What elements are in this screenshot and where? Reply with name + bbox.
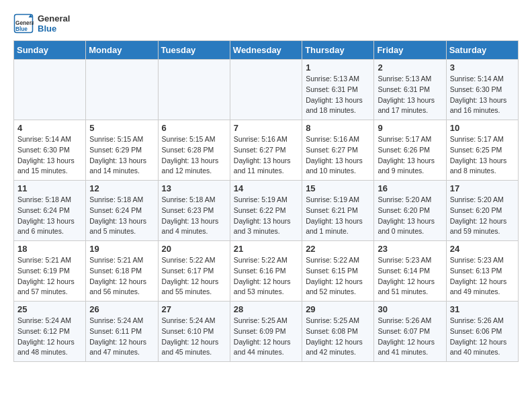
calendar-cell bbox=[86, 60, 158, 120]
day-info: Sunrise: 5:26 AM Sunset: 6:07 PM Dayligh… bbox=[378, 316, 442, 358]
weekday-header-saturday: Saturday bbox=[446, 41, 518, 60]
day-info: Sunrise: 5:16 AM Sunset: 6:27 PM Dayligh… bbox=[234, 134, 298, 177]
calendar-cell: 7Sunrise: 5:16 AM Sunset: 6:27 PM Daylig… bbox=[230, 120, 302, 181]
day-number: 28 bbox=[234, 304, 298, 314]
calendar-cell: 18Sunrise: 5:21 AM Sunset: 6:19 PM Dayli… bbox=[14, 241, 86, 302]
calendar-cell: 28Sunrise: 5:25 AM Sunset: 6:09 PM Dayli… bbox=[230, 302, 302, 362]
logo-blue: Blue bbox=[38, 24, 70, 34]
calendar-cell: 11Sunrise: 5:18 AM Sunset: 6:24 PM Dayli… bbox=[14, 181, 86, 241]
day-number: 3 bbox=[450, 62, 515, 73]
day-info: Sunrise: 5:16 AM Sunset: 6:27 PM Dayligh… bbox=[306, 134, 370, 177]
calendar-cell: 23Sunrise: 5:23 AM Sunset: 6:14 PM Dayli… bbox=[374, 241, 446, 302]
day-number: 11 bbox=[17, 183, 82, 193]
calendar-cell: 25Sunrise: 5:24 AM Sunset: 6:12 PM Dayli… bbox=[14, 302, 86, 362]
day-number: 19 bbox=[89, 244, 154, 254]
day-number: 31 bbox=[450, 304, 515, 314]
day-info: Sunrise: 5:19 AM Sunset: 6:21 PM Dayligh… bbox=[306, 195, 370, 237]
calendar-cell: 24Sunrise: 5:23 AM Sunset: 6:13 PM Dayli… bbox=[446, 241, 518, 302]
logo-general: General bbox=[38, 13, 70, 24]
calendar-cell: 31Sunrise: 5:26 AM Sunset: 6:06 PM Dayli… bbox=[446, 302, 518, 362]
calendar-cell: 27Sunrise: 5:24 AM Sunset: 6:10 PM Dayli… bbox=[158, 302, 230, 362]
day-number: 24 bbox=[450, 244, 515, 254]
day-info: Sunrise: 5:26 AM Sunset: 6:06 PM Dayligh… bbox=[450, 316, 515, 358]
day-info: Sunrise: 5:21 AM Sunset: 6:18 PM Dayligh… bbox=[89, 255, 154, 298]
day-info: Sunrise: 5:22 AM Sunset: 6:16 PM Dayligh… bbox=[234, 255, 298, 298]
calendar-cell bbox=[158, 60, 230, 120]
logo: General Blue General Blue bbox=[13, 13, 70, 34]
calendar-cell: 3Sunrise: 5:14 AM Sunset: 6:30 PM Daylig… bbox=[446, 60, 518, 120]
day-info: Sunrise: 5:13 AM Sunset: 6:31 PM Dayligh… bbox=[306, 74, 370, 116]
day-number: 14 bbox=[234, 183, 298, 193]
calendar-cell: 5Sunrise: 5:15 AM Sunset: 6:29 PM Daylig… bbox=[86, 120, 158, 181]
day-info: Sunrise: 5:25 AM Sunset: 6:08 PM Dayligh… bbox=[306, 316, 370, 358]
day-number: 12 bbox=[89, 183, 154, 193]
day-number: 5 bbox=[89, 123, 154, 133]
calendar-cell: 22Sunrise: 5:22 AM Sunset: 6:15 PM Dayli… bbox=[302, 241, 374, 302]
day-info: Sunrise: 5:15 AM Sunset: 6:28 PM Dayligh… bbox=[162, 134, 226, 177]
day-info: Sunrise: 5:23 AM Sunset: 6:14 PM Dayligh… bbox=[378, 255, 442, 298]
logo-icon: General Blue bbox=[13, 13, 34, 34]
day-info: Sunrise: 5:19 AM Sunset: 6:22 PM Dayligh… bbox=[234, 195, 298, 237]
calendar-cell: 20Sunrise: 5:22 AM Sunset: 6:17 PM Dayli… bbox=[158, 241, 230, 302]
day-number: 20 bbox=[162, 244, 226, 254]
calendar-week-row: 18Sunrise: 5:21 AM Sunset: 6:19 PM Dayli… bbox=[14, 241, 519, 302]
calendar-cell: 6Sunrise: 5:15 AM Sunset: 6:28 PM Daylig… bbox=[158, 120, 230, 181]
calendar-cell: 30Sunrise: 5:26 AM Sunset: 6:07 PM Dayli… bbox=[374, 302, 446, 362]
day-number: 27 bbox=[162, 304, 226, 314]
day-info: Sunrise: 5:17 AM Sunset: 6:26 PM Dayligh… bbox=[378, 134, 442, 177]
day-info: Sunrise: 5:24 AM Sunset: 6:10 PM Dayligh… bbox=[162, 316, 226, 358]
day-number: 17 bbox=[450, 183, 515, 193]
calendar-cell: 8Sunrise: 5:16 AM Sunset: 6:27 PM Daylig… bbox=[302, 120, 374, 181]
day-info: Sunrise: 5:18 AM Sunset: 6:24 PM Dayligh… bbox=[17, 195, 82, 237]
calendar-header-row: SundayMondayTuesdayWednesdayThursdayFrid… bbox=[14, 41, 519, 60]
calendar-cell: 4Sunrise: 5:14 AM Sunset: 6:30 PM Daylig… bbox=[14, 120, 86, 181]
calendar-cell: 12Sunrise: 5:18 AM Sunset: 6:24 PM Dayli… bbox=[86, 181, 158, 241]
weekday-header-wednesday: Wednesday bbox=[230, 41, 302, 60]
calendar-cell: 26Sunrise: 5:24 AM Sunset: 6:11 PM Dayli… bbox=[86, 302, 158, 362]
day-number: 16 bbox=[378, 183, 442, 193]
calendar-cell: 9Sunrise: 5:17 AM Sunset: 6:26 PM Daylig… bbox=[374, 120, 446, 181]
page-header: General Blue General Blue bbox=[13, 13, 519, 34]
day-info: Sunrise: 5:18 AM Sunset: 6:24 PM Dayligh… bbox=[89, 195, 154, 237]
calendar-cell: 19Sunrise: 5:21 AM Sunset: 6:18 PM Dayli… bbox=[86, 241, 158, 302]
calendar-cell: 13Sunrise: 5:18 AM Sunset: 6:23 PM Dayli… bbox=[158, 181, 230, 241]
day-info: Sunrise: 5:14 AM Sunset: 6:30 PM Dayligh… bbox=[17, 134, 82, 177]
day-info: Sunrise: 5:24 AM Sunset: 6:11 PM Dayligh… bbox=[89, 316, 154, 358]
day-number: 2 bbox=[378, 62, 442, 73]
calendar-cell: 21Sunrise: 5:22 AM Sunset: 6:16 PM Dayli… bbox=[230, 241, 302, 302]
calendar-table: SundayMondayTuesdayWednesdayThursdayFrid… bbox=[13, 40, 519, 362]
day-number: 25 bbox=[17, 304, 82, 314]
calendar-cell: 10Sunrise: 5:17 AM Sunset: 6:25 PM Dayli… bbox=[446, 120, 518, 181]
day-info: Sunrise: 5:15 AM Sunset: 6:29 PM Dayligh… bbox=[89, 134, 154, 177]
calendar-cell bbox=[230, 60, 302, 120]
day-info: Sunrise: 5:23 AM Sunset: 6:13 PM Dayligh… bbox=[450, 255, 515, 298]
day-number: 4 bbox=[17, 123, 82, 133]
day-info: Sunrise: 5:13 AM Sunset: 6:31 PM Dayligh… bbox=[378, 74, 442, 116]
calendar-cell: 17Sunrise: 5:20 AM Sunset: 6:20 PM Dayli… bbox=[446, 181, 518, 241]
weekday-header-friday: Friday bbox=[374, 41, 446, 60]
calendar-week-row: 25Sunrise: 5:24 AM Sunset: 6:12 PM Dayli… bbox=[14, 302, 519, 362]
day-number: 30 bbox=[378, 304, 442, 314]
calendar-cell: 1Sunrise: 5:13 AM Sunset: 6:31 PM Daylig… bbox=[302, 60, 374, 120]
day-info: Sunrise: 5:22 AM Sunset: 6:17 PM Dayligh… bbox=[162, 255, 226, 298]
day-number: 29 bbox=[306, 304, 370, 314]
day-number: 22 bbox=[306, 244, 370, 254]
calendar-cell bbox=[14, 60, 86, 120]
day-info: Sunrise: 5:20 AM Sunset: 6:20 PM Dayligh… bbox=[450, 195, 515, 237]
day-number: 9 bbox=[378, 123, 442, 133]
day-info: Sunrise: 5:18 AM Sunset: 6:23 PM Dayligh… bbox=[162, 195, 226, 237]
weekday-header-monday: Monday bbox=[86, 41, 158, 60]
calendar-cell: 29Sunrise: 5:25 AM Sunset: 6:08 PM Dayli… bbox=[302, 302, 374, 362]
day-info: Sunrise: 5:17 AM Sunset: 6:25 PM Dayligh… bbox=[450, 134, 515, 177]
calendar-cell: 16Sunrise: 5:20 AM Sunset: 6:20 PM Dayli… bbox=[374, 181, 446, 241]
day-number: 21 bbox=[234, 244, 298, 254]
weekday-header-sunday: Sunday bbox=[14, 41, 86, 60]
weekday-header-tuesday: Tuesday bbox=[158, 41, 230, 60]
day-number: 10 bbox=[450, 123, 515, 133]
day-number: 7 bbox=[234, 123, 298, 133]
weekday-header-thursday: Thursday bbox=[302, 41, 374, 60]
day-info: Sunrise: 5:20 AM Sunset: 6:20 PM Dayligh… bbox=[378, 195, 442, 237]
calendar-cell: 14Sunrise: 5:19 AM Sunset: 6:22 PM Dayli… bbox=[230, 181, 302, 241]
day-number: 8 bbox=[306, 123, 370, 133]
day-info: Sunrise: 5:25 AM Sunset: 6:09 PM Dayligh… bbox=[234, 316, 298, 358]
